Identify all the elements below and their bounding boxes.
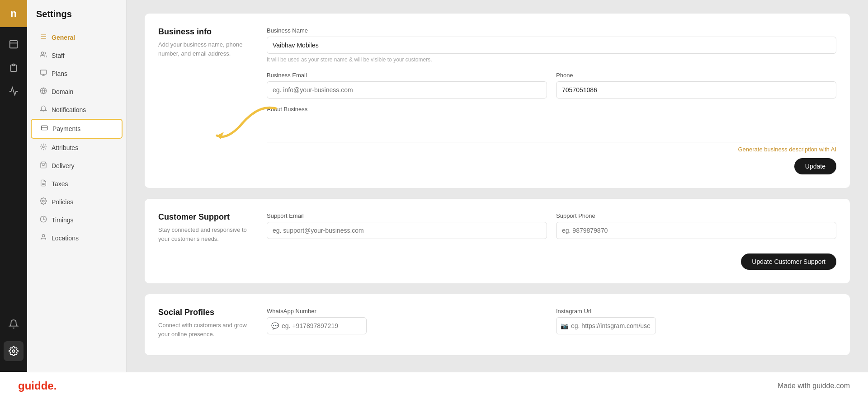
sidebar-item-label: Notifications [52,106,86,113]
sidebar-item-label: Payments [52,125,80,132]
business-info-card: Business info Add your business name, ph… [145,14,850,188]
policies-icon [40,197,47,207]
store-nav-icon[interactable] [4,34,24,54]
business-name-hint: It will be used as your store name & wil… [267,56,836,63]
update-customer-support-button[interactable]: Update Customer Support [741,253,836,270]
social-profiles-desc: Connect with customers and grow your onl… [158,321,249,338]
instagram-label: Instagram Url [556,308,836,315]
sidebar-item-general[interactable]: General [31,28,123,47]
svg-point-16 [42,200,44,202]
whatsapp-input[interactable] [267,317,367,334]
sidebar-item-payments[interactable]: Payments [31,119,123,139]
business-email-input[interactable] [267,81,547,99]
notifications-icon [40,105,47,114]
general-icon [40,33,47,42]
svg-point-1 [12,350,15,352]
social-profiles-title: Social Profiles [158,308,249,317]
instagram-input[interactable] [556,317,656,334]
svg-point-18 [42,235,44,237]
svg-rect-0 [10,41,18,48]
customer-support-left: Customer Support Stay connected and resp… [158,212,249,270]
taxes-icon [40,179,47,188]
social-profiles-left: Social Profiles Connect with customers a… [158,308,249,342]
update-button[interactable]: Update [794,158,836,174]
svg-point-5 [41,52,43,54]
customer-support-right: Support Email Support Phone Update Custo… [267,212,836,270]
support-phone-label: Support Phone [556,212,836,219]
bell-nav-icon[interactable] [4,314,24,334]
sidebar-item-label: Staff [52,52,65,59]
sidebar-item-notifications[interactable]: Notifications [31,101,123,119]
sidebar-title: Settings [27,9,126,28]
orders-nav-icon[interactable] [4,58,24,78]
timings-icon [40,216,47,225]
phone-input[interactable] [556,81,836,99]
sidebar-item-timings[interactable]: Timings [31,211,123,229]
social-profiles-card: Social Profiles Connect with customers a… [145,294,850,355]
instagram-icon: 📷 [561,322,568,329]
sidebar-item-label: Domain [52,88,73,95]
social-profiles-right: WhatsApp Number 💬 Instagram Url 📷 [267,308,836,342]
sidebar-item-attributes[interactable]: Attributes [31,139,123,157]
main-content: Business info Add your business name, ph… [127,0,868,372]
sidebar-item-label: Taxes [52,180,68,188]
business-info-title: Business info [158,27,249,37]
svg-point-13 [42,146,44,148]
ai-link[interactable]: Generate business description with AI [267,146,836,153]
app-logo[interactable]: n [0,0,27,27]
footer-logo: guidde. [18,380,57,392]
sidebar-item-label: Attributes [52,144,78,151]
footer: guidde. Made with guidde.com [0,372,868,399]
payments-icon [41,124,48,133]
svg-rect-11 [41,126,47,130]
sidebar-item-label: Plans [52,70,67,77]
sidebar-item-label: General [52,34,75,41]
about-textarea[interactable] [267,115,836,142]
sidebar-item-label: Timings [52,216,74,224]
sidebar-item-delivery[interactable]: Delivery [31,157,123,175]
sidebar-item-locations[interactable]: Locations [31,229,123,247]
footer-tagline: Made with guidde.com [778,382,850,390]
sidebar-item-plans[interactable]: Plans [31,65,123,83]
sidebar-item-policies[interactable]: Policies [31,193,123,211]
business-name-input[interactable] [267,37,836,54]
sidebar-item-taxes[interactable]: Taxes [31,175,123,193]
whatsapp-label: WhatsApp Number [267,308,547,315]
icon-nav: n [0,0,27,372]
domain-icon [40,87,47,96]
customer-support-card: Customer Support Stay connected and resp… [145,199,850,283]
staff-icon [40,51,47,60]
delivery-icon [40,161,47,170]
svg-rect-6 [40,70,46,74]
sidebar-item-label: Locations [52,235,79,242]
phone-label: Phone [556,72,836,79]
business-name-label: Business Name [267,27,836,34]
sidebar: Settings General Staff [27,0,127,372]
customer-support-desc: Stay connected and responsive to your cu… [158,225,249,243]
locations-icon [40,234,47,243]
plans-icon [40,69,47,78]
settings-nav-icon[interactable] [4,341,24,361]
business-info-desc: Add your business name, phone number, an… [158,40,249,58]
sidebar-item-label: Policies [52,198,73,206]
about-label: About Business [267,106,836,113]
attributes-icon [40,143,47,152]
customer-support-title: Customer Support [158,212,249,222]
sidebar-item-label: Delivery [52,162,75,169]
business-info-left: Business info Add your business name, ph… [158,27,249,174]
instagram-input-wrapper: 📷 [556,317,836,334]
sidebar-item-domain[interactable]: Domain [31,83,123,101]
sidebar-item-staff[interactable]: Staff [31,47,123,65]
analytics-nav-icon[interactable] [4,81,24,101]
whatsapp-icon: 💬 [271,322,279,329]
support-phone-input[interactable] [556,222,836,239]
support-email-input[interactable] [267,222,547,239]
business-email-label: Business Email [267,72,547,79]
whatsapp-input-wrapper: 💬 [267,317,547,334]
business-info-right: Business Name It will be used as your st… [267,27,836,174]
support-email-label: Support Email [267,212,547,219]
